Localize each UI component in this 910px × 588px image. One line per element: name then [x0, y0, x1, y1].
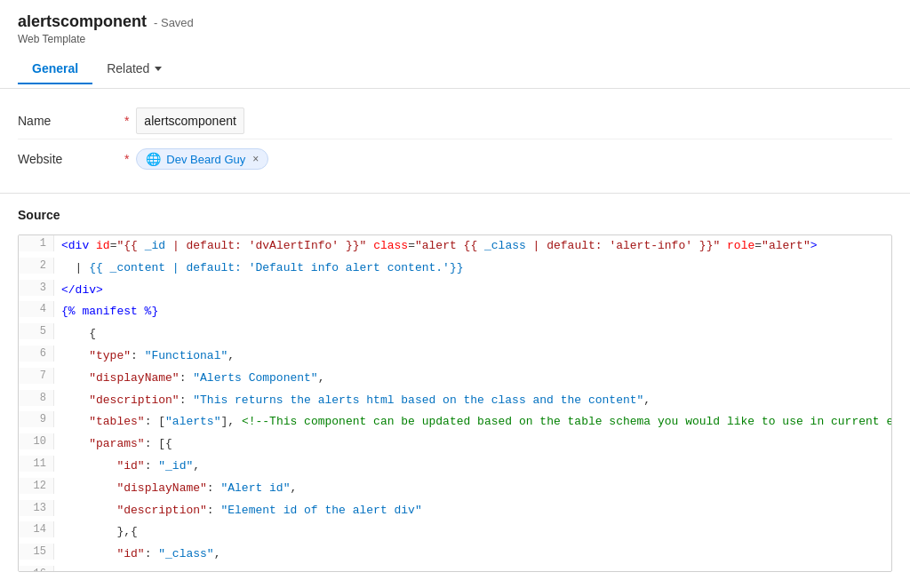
saved-badge: - Saved	[154, 16, 194, 29]
code-line-1: 1 <div id="{{ _id | default: 'dvAlertInf…	[19, 235, 891, 258]
website-required-star: *	[124, 152, 129, 166]
header: alertscomponent - Saved Web Template Gen…	[0, 0, 910, 89]
website-label: Website	[18, 152, 124, 166]
name-row: Name * alertscomponent	[18, 103, 892, 139]
name-value-container: * alertscomponent	[124, 114, 892, 128]
name-field[interactable]: alertscomponent	[136, 107, 244, 134]
tab-related[interactable]: Related	[92, 54, 176, 84]
page-container: alertscomponent - Saved Web Template Gen…	[0, 0, 910, 586]
name-required-star: *	[124, 114, 129, 128]
code-line-5: 5 {	[19, 323, 891, 346]
code-line-3: 3 </div>	[19, 280, 891, 302]
code-line-15: 15 "id": "_class",	[19, 544, 891, 566]
website-remove-button[interactable]: ×	[252, 153, 259, 165]
code-line-6: 6 "type": "Functional",	[19, 346, 891, 368]
code-line-9: 9 "tables": ["alerts"], <!--This compone…	[19, 411, 891, 433]
code-line-4: 4 {% manifest %}	[19, 301, 891, 323]
page-title: alertscomponent	[18, 12, 147, 31]
code-line-16: 16 "displayName": "Alert class",	[19, 566, 891, 572]
chevron-down-icon	[155, 67, 162, 71]
website-value-container: * 🌐 Dev Beard Guy ×	[124, 148, 892, 170]
code-line-7: 7 "displayName": "Alerts Component",	[19, 368, 891, 390]
website-tag-label: Dev Beard Guy	[166, 153, 245, 166]
source-section: Source 1 <div id="{{ _id | default: 'dvA…	[0, 194, 910, 586]
code-line-11: 11 "id": "_id",	[19, 456, 891, 478]
form-section: Name * alertscomponent Website * 🌐 Dev B…	[0, 89, 910, 194]
code-line-13: 13 "description": "Element id of the ale…	[19, 500, 891, 522]
website-tag[interactable]: 🌐 Dev Beard Guy ×	[136, 148, 268, 170]
tabs-bar: General Related	[18, 54, 892, 84]
code-line-10: 10 "params": [{	[19, 433, 891, 456]
name-label: Name	[18, 114, 124, 128]
code-line-14: 14 },{	[19, 521, 891, 544]
source-label: Source	[18, 208, 892, 222]
code-line-8: 8 "description": "This returns the alert…	[19, 390, 891, 412]
code-line-12: 12 "displayName": "Alert id",	[19, 478, 891, 500]
globe-icon: 🌐	[146, 152, 161, 166]
tab-general-label: General	[32, 61, 78, 75]
tab-general[interactable]: General	[18, 54, 92, 84]
code-line-2: 2 | {{ _content | default: 'Default info…	[19, 258, 891, 280]
tab-related-label: Related	[107, 61, 149, 75]
code-editor[interactable]: 1 <div id="{{ _id | default: 'dvAlertInf…	[18, 234, 892, 572]
website-row: Website * 🌐 Dev Beard Guy ×	[18, 139, 892, 179]
page-subtitle: Web Template	[18, 33, 892, 45]
